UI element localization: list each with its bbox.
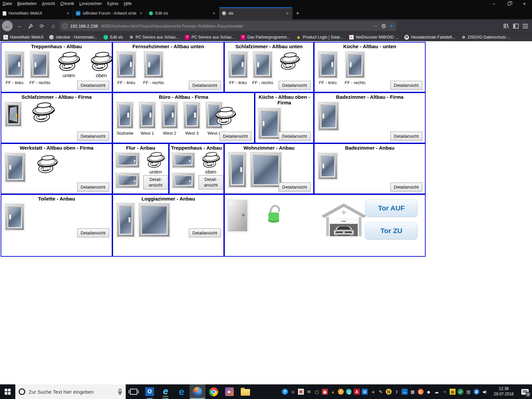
tab-homematic-webui[interactable]: HomeMatic WebUI ×: [0, 7, 73, 19]
forward-button[interactable]: →: [15, 21, 24, 31]
detailansicht-button[interactable]: Detailansicht: [77, 228, 109, 237]
close-button[interactable]: ×: [517, 0, 532, 7]
bookmark-pc-service-2[interactable]: T PC Service aus Schau...: [185, 35, 235, 40]
detailansicht-button[interactable]: Detailansicht: [279, 81, 311, 90]
bookmark-star-icon[interactable]: ★: [389, 23, 394, 29]
keyboard-tray-icon[interactable]: ▤: [466, 389, 471, 395]
bookmark-pc-service-1[interactable]: ⊕ PC Service aus Schau...: [129, 35, 179, 40]
home-button[interactable]: ⌂: [49, 21, 58, 31]
speaker-muted-tray-icon[interactable]: ◄: [370, 389, 376, 395]
tab-close-icon[interactable]: ×: [285, 11, 290, 16]
search-tray-icon[interactable]: Q: [346, 389, 352, 395]
detailansicht-button[interactable]: Detail-ansicht: [199, 175, 223, 190]
signal-tray-icon[interactable]: ≈: [442, 389, 448, 395]
bookmark-iobroker-homematic[interactable]: iobroker - Homematic...: [49, 35, 97, 40]
bluetooth-tray-icon[interactable]: B: [473, 389, 479, 395]
menu-hilfe[interactable]: Hilfe: [121, 0, 134, 7]
detailansicht-button[interactable]: Detailansicht: [189, 228, 221, 237]
detailansicht-button[interactable]: Detailansicht: [390, 132, 422, 141]
site-info-icon[interactable]: i: [63, 24, 67, 29]
detailansicht-button[interactable]: Detailansicht: [219, 132, 251, 141]
taskbar-internet-explorer[interactable]: e: [158, 384, 174, 399]
bookmark-product-login-solar[interactable]: ◆ Product Login | Solar...: [296, 35, 343, 40]
detailansicht-button[interactable]: Detailansicht: [279, 183, 311, 192]
tab-close-icon[interactable]: ×: [212, 11, 216, 16]
taskbar-outlook[interactable]: O: [142, 384, 158, 399]
taskbar-firefox-active[interactable]: [190, 384, 205, 399]
microphone-icon[interactable]: [118, 389, 122, 395]
detailansicht-button[interactable]: Detailansicht: [189, 81, 221, 90]
outlook-tray-icon[interactable]: O: [362, 389, 368, 395]
pocket-shield-icon[interactable]: [381, 24, 386, 29]
snagit-tray-icon[interactable]: ▣: [450, 389, 456, 395]
taskbar-edge[interactable]: e: [174, 384, 190, 399]
taskbar-media-player[interactable]: ▶: [221, 384, 237, 399]
taskbar-clock[interactable]: 12:38 29.07.2018: [489, 386, 518, 397]
restore-button[interactable]: [501, 0, 517, 7]
hamburger-menu-icon[interactable]: [523, 24, 528, 28]
security-tray-icon[interactable]: ✓: [458, 389, 464, 395]
sidebar-icon[interactable]: [513, 24, 519, 29]
network-pc-tray-icon[interactable]: ▦: [410, 389, 416, 395]
norton-tray-icon[interactable]: N: [386, 389, 392, 395]
minimize-button[interactable]: –: [486, 0, 501, 7]
bookmark-favicon: ◆: [296, 35, 301, 40]
menu-ansicht[interactable]: Ansicht: [39, 0, 58, 7]
bookmark-netdiscover-mib[interactable]: SL NetDiscover MIB/OID ...: [349, 35, 398, 40]
pen-tray-icon[interactable]: ✎: [378, 389, 384, 395]
wrench-icon[interactable]: [26, 21, 35, 31]
menu-extras[interactable]: Extras: [104, 0, 121, 7]
reload-button[interactable]: ⟳: [37, 21, 47, 31]
taskbar-chrome[interactable]: [205, 384, 221, 399]
ccleaner-tray-icon[interactable]: C: [418, 389, 424, 395]
detailansicht-button[interactable]: Detailansicht: [279, 132, 311, 141]
bookmark-edit-vis[interactable]: Edit vis: [103, 35, 123, 40]
smoke-detector-icon: [33, 154, 62, 176]
usb-tray-icon[interactable]: ⇪: [394, 389, 400, 395]
adobe-tray-icon[interactable]: A: [354, 389, 360, 395]
tor-zu-button[interactable]: Tor ZU: [365, 222, 418, 239]
detailansicht-button[interactable]: Detail-ansicht: [143, 175, 168, 190]
taskbar-file-explorer[interactable]: [237, 384, 253, 399]
tab-iobroker-forum[interactable]: IO ioBroker Forum - Antwort erste ×: [73, 7, 146, 19]
task-view-button[interactable]: [126, 384, 142, 399]
remote-desktop-tray-icon[interactable]: ▢: [314, 389, 320, 395]
teamviewer-tray-icon[interactable]: ↔: [402, 389, 408, 395]
detailansicht-button[interactable]: Detailansicht: [390, 81, 422, 90]
tor-auf-button[interactable]: Tor AUF: [365, 200, 418, 217]
detailansicht-button[interactable]: Detailansicht: [77, 183, 109, 192]
back-button[interactable]: ←: [2, 21, 13, 31]
action-center-button[interactable]: 9: [518, 384, 532, 399]
dropbox-tray-icon[interactable]: ◆: [426, 389, 432, 395]
contacts-tray-icon[interactable]: ☺: [290, 389, 296, 395]
detailansicht-button[interactable]: Detailansicht: [390, 183, 422, 192]
alert-tray-icon[interactable]: !: [338, 389, 344, 395]
detailansicht-button[interactable]: Detailansicht: [77, 81, 109, 90]
library-icon[interactable]: [503, 23, 509, 29]
bookmark-hexadezimale-farbdefinition[interactable]: W Hexadezimale Farbdefi...: [404, 35, 455, 40]
bookmark-homematic-webui[interactable]: ≣ HomeMatic WebUI: [3, 35, 43, 40]
firefox-tray-icon[interactable]: ▲: [330, 389, 336, 395]
start-button[interactable]: [0, 384, 15, 399]
volume-tray-icon[interactable]: ◀): [481, 389, 487, 395]
tab-edit-vis[interactable]: Edit vis ×: [146, 7, 219, 19]
taskbar-search[interactable]: Zur Suche Text hier eingeben: [15, 384, 126, 399]
new-tab-button[interactable]: +: [293, 7, 303, 19]
menu-chronik[interactable]: Chronik: [58, 0, 76, 7]
backup-error-tray-icon[interactable]: ✖: [298, 389, 304, 395]
page-actions-icon[interactable]: ⋯: [373, 24, 378, 29]
tab-close-icon[interactable]: ×: [66, 11, 70, 16]
bookmark-dsgvo-datenschutz[interactable]: ⊕ DSGVO Datenschutz-...: [461, 35, 510, 40]
menu-lesezeichen[interactable]: Lesezeichen: [77, 0, 104, 7]
detailansicht-button[interactable]: Detailansicht: [77, 132, 109, 141]
menu-bearbeiten[interactable]: Bearbeiten: [15, 0, 39, 7]
onedrive-tray-icon[interactable]: ☁: [434, 389, 440, 395]
mail-tray-icon[interactable]: ✉: [306, 389, 312, 395]
tab-vis-active[interactable]: vis ×: [219, 7, 293, 19]
help-tray-icon[interactable]: ?: [282, 389, 288, 395]
tab-close-icon[interactable]: ×: [139, 11, 143, 16]
camera-tray-icon[interactable]: ◉: [322, 389, 328, 395]
url-bar[interactable]: i 192.168.2.238 :8082/vis/index.html?mai…: [60, 21, 396, 31]
bookmark-partnerprogramm[interactable]: T Das Partnerprogramm...: [241, 35, 290, 40]
menu-datei[interactable]: Datei: [0, 0, 15, 7]
